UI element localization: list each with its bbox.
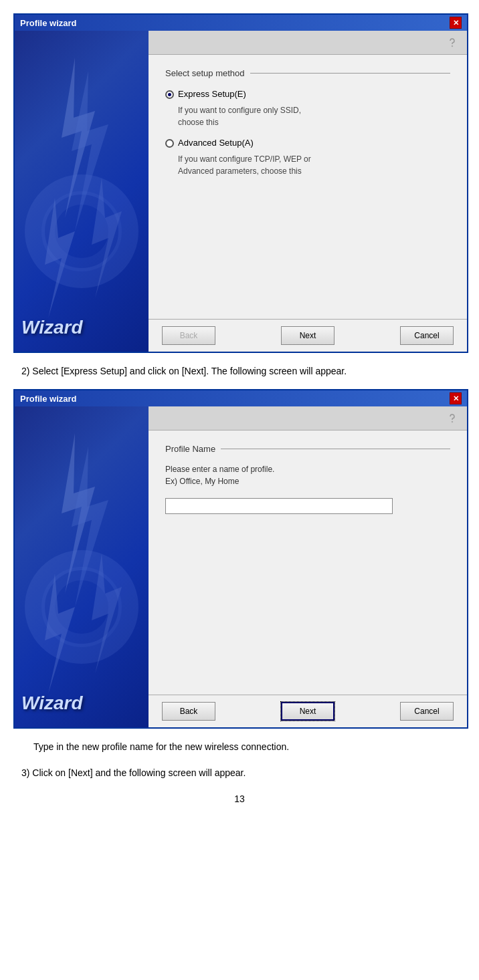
advanced-setup-desc: If you want configure TCP/IP, WEP or Adv… [178, 153, 450, 177]
svg-point-13 [452, 421, 453, 422]
dialog-1-next-button[interactable]: Next [281, 326, 334, 345]
dialog-2-top-bar [149, 406, 467, 431]
dialog-1-main: Select setup method Express Setup(E) If … [149, 55, 467, 319]
advanced-setup-option[interactable]: Advanced Setup(A) [165, 138, 450, 148]
page-number: 13 [13, 793, 466, 804]
dialog-1-top-bar [149, 31, 467, 55]
dialog-2: Profile wizard ✕ Wizard [13, 389, 468, 729]
help-icon-1 [443, 33, 462, 52]
advanced-setup-radio[interactable] [165, 139, 174, 148]
express-setup-option[interactable]: Express Setup(E) [165, 89, 450, 99]
profile-name-input[interactable] [165, 498, 393, 514]
express-setup-desc: If you want to configure only SSID, choo… [178, 104, 450, 128]
profile-name-desc1: Please enter a name of profile. [165, 465, 450, 474]
dialog-2-titlebar: Profile wizard ✕ [15, 390, 467, 406]
dialog-2-section-title: Profile Name [165, 444, 450, 454]
express-setup-radio[interactable] [165, 90, 174, 99]
dialog-2-cancel-button[interactable]: Cancel [400, 702, 454, 721]
dialog-1-cancel-button[interactable]: Cancel [400, 326, 454, 345]
instruction-1: 2) Select [Express Setup] and click on [… [21, 364, 458, 378]
svg-point-6 [452, 45, 453, 46]
dialog-2-back-button[interactable]: Back [162, 702, 215, 721]
dialog-1-sidebar: Wizard [15, 31, 149, 352]
help-icon-2 [443, 409, 462, 428]
profile-name-desc2: Ex) Office, My Home [165, 477, 450, 486]
dialog-1-section-title: Select setup method [165, 68, 450, 78]
instruction-2: Type in the new profile name for the new… [33, 739, 458, 754]
dialog-2-buttons: Back Next Cancel [149, 695, 467, 727]
dialog-2-close-button[interactable]: ✕ [450, 392, 462, 404]
dialog-1-back-button[interactable]: Back [162, 326, 215, 345]
dialog-2-body: Wizard Profile Name Please enter a name … [15, 406, 467, 727]
dialog-2-title: Profile wizard [20, 394, 77, 404]
sidebar-wizard-text-1: Wizard [21, 317, 83, 338]
dialog-2-next-button[interactable]: Next [281, 702, 334, 721]
sidebar-decoration-2 [15, 406, 149, 727]
dialog-1-close-button[interactable]: ✕ [450, 17, 462, 29]
dialog-1-buttons: Back Next Cancel [149, 319, 467, 352]
sidebar-wizard-text-2: Wizard [21, 693, 83, 714]
dialog-1-content: Select setup method Express Setup(E) If … [149, 31, 467, 352]
dialog-2-content: Profile Name Please enter a name of prof… [149, 406, 467, 727]
advanced-setup-label: Advanced Setup(A) [178, 138, 254, 148]
dialog-1-titlebar: Profile wizard ✕ [15, 15, 467, 31]
dialog-1-body: Wizard Select setup method Express Setup… [15, 31, 467, 352]
dialog-1: Profile wizard ✕ Wizard [13, 13, 468, 353]
dialog-1-title: Profile wizard [20, 18, 77, 28]
dialog-2-main: Profile Name Please enter a name of prof… [149, 431, 467, 695]
express-setup-label: Express Setup(E) [178, 89, 246, 99]
instruction-3: 3) Click on [Next] and the following scr… [21, 765, 458, 780]
dialog-2-sidebar: Wizard [15, 406, 149, 727]
sidebar-decoration [15, 31, 149, 352]
